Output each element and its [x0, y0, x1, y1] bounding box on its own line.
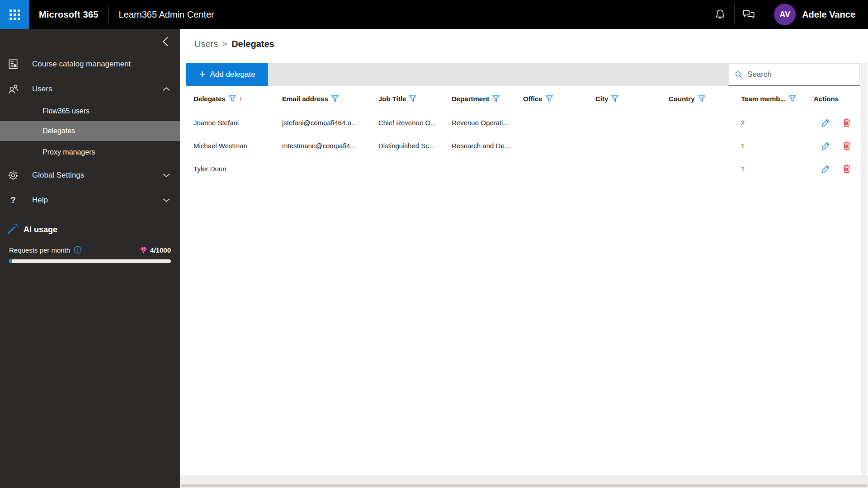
pencil-icon [821, 164, 830, 174]
horizontal-scrollbar-thumb[interactable] [181, 484, 867, 487]
edit-button[interactable] [821, 118, 830, 127]
column-header-city[interactable]: City [595, 95, 669, 103]
requests-label: Requests per month [9, 246, 70, 254]
sidebar-item-proxy-managers[interactable]: Proxy managers [0, 142, 180, 162]
app-launcher-button[interactable] [0, 0, 29, 29]
cell-department: Research and De... [452, 142, 523, 150]
trash-icon [842, 164, 851, 174]
table-toolbar: + Add delegate [186, 63, 860, 86]
user-name[interactable]: Adele Vance [802, 9, 855, 20]
delete-button[interactable] [842, 141, 851, 150]
chat-icon [742, 9, 755, 20]
waffle-icon [9, 9, 20, 20]
cell-department: Revenue Operati... [452, 119, 523, 127]
cell-actions [814, 117, 860, 127]
gear-icon [6, 169, 20, 181]
avatar[interactable]: AV [774, 4, 796, 25]
usage-count: 4/1000 [150, 246, 171, 254]
info-icon[interactable] [74, 246, 82, 254]
sidebar-item-course-catalog[interactable]: Course catalog management [0, 53, 180, 75]
sidebar-item-global-settings[interactable]: Global Settings [0, 164, 180, 187]
search-icon [735, 70, 743, 79]
cell-delegate-name: Tyler Dunn [193, 165, 282, 173]
add-delegate-button[interactable]: + Add delegate [186, 63, 268, 86]
column-header-office[interactable]: Office [523, 95, 595, 103]
topbar-separator [763, 5, 763, 24]
edit-button[interactable] [821, 164, 830, 174]
filter-icon[interactable] [789, 95, 796, 102]
vertical-scrollbar[interactable] [861, 63, 867, 475]
sidebar-item-ai-usage[interactable]: AI usage [0, 219, 180, 240]
sidebar-collapse-button[interactable] [159, 35, 172, 48]
column-header-email[interactable]: Email address [282, 95, 378, 103]
question-icon: ? [6, 195, 20, 205]
filter-icon[interactable] [492, 95, 500, 102]
trash-icon [842, 141, 851, 150]
column-header-team-members[interactable]: Team memb... [741, 95, 814, 103]
ai-usage-progress-bar [9, 259, 171, 263]
sort-ascending-icon: ↑ [239, 95, 243, 103]
bell-icon [714, 9, 726, 20]
sidebar-item-help[interactable]: ? Help [0, 189, 180, 211]
main-content: Users > Delegates + Add delegate Delegat… [180, 29, 868, 488]
gem-icon [140, 247, 147, 253]
delegates-table: Delegates ↑ Email address Job Title Depa… [193, 87, 860, 180]
catalog-icon [6, 58, 20, 70]
product-name[interactable]: Microsoft 365 [39, 9, 99, 20]
column-header-country[interactable]: Country [669, 95, 741, 103]
sidebar-item-delegates[interactable]: Delegates [0, 121, 180, 141]
cell-team-members: 1 [741, 142, 814, 150]
filter-icon[interactable] [698, 95, 705, 102]
sidebar-nav: Course catalog management Users Flow365 … [0, 29, 180, 488]
feedback-button[interactable] [735, 0, 763, 29]
top-app-bar: Microsoft 365 Learn365 Admin Center AV A… [0, 0, 868, 29]
breadcrumb-separator: > [222, 40, 227, 49]
table-header-row: Delegates ↑ Email address Job Title Depa… [193, 87, 860, 111]
cell-email: mtestmann@compafi4... [282, 142, 378, 150]
people-icon [6, 83, 20, 95]
pencil-icon [821, 118, 830, 127]
filter-icon[interactable] [409, 95, 416, 102]
chevron-down-icon [163, 196, 170, 205]
horizontal-scrollbar[interactable] [180, 475, 868, 488]
filter-icon[interactable] [611, 95, 618, 102]
ai-requests-row: Requests per month 4/1000 [9, 244, 171, 255]
breadcrumb: Users > Delegates [194, 39, 274, 49]
cell-team-members: 1 [741, 165, 814, 173]
topbar-divider [108, 5, 109, 24]
table-row[interactable]: Michael Westman mtestmann@compafi4... Di… [193, 134, 860, 157]
delete-button[interactable] [842, 164, 851, 174]
column-header-delegates[interactable]: Delegates ↑ [193, 95, 282, 103]
filter-icon[interactable] [546, 95, 553, 102]
chevron-left-icon [160, 36, 170, 47]
cell-actions [814, 164, 860, 174]
plus-icon: + [199, 69, 205, 80]
cell-actions [814, 141, 860, 150]
magic-wand-icon [6, 222, 20, 237]
trash-icon [842, 117, 851, 127]
cell-email: jstefani@compafi464.o... [282, 119, 378, 127]
cell-delegate-name: Joanne Stefani [193, 119, 282, 127]
sidebar-item-users[interactable]: Users [0, 78, 180, 100]
breadcrumb-users[interactable]: Users [194, 39, 218, 49]
edit-button[interactable] [821, 141, 830, 150]
pencil-icon [821, 141, 830, 150]
delete-button[interactable] [842, 117, 851, 127]
notifications-button[interactable] [706, 0, 734, 29]
filter-icon[interactable] [229, 95, 236, 102]
table-row[interactable]: Joanne Stefani jstefani@compafi464.o... … [193, 111, 860, 134]
chevron-down-icon [163, 171, 170, 180]
cell-team-members: 2 [741, 119, 814, 127]
filter-icon[interactable] [331, 95, 339, 102]
column-header-job-title[interactable]: Job Title [378, 95, 452, 103]
cell-job-title: Distinguished Sc... [378, 142, 452, 150]
search-box [729, 63, 860, 86]
cell-job-title: Chief Revenue O... [378, 119, 452, 127]
table-row[interactable]: Tyler Dunn 1 [193, 157, 860, 180]
sidebar-item-flow365-users[interactable]: Flow365 users [0, 101, 180, 121]
chevron-up-icon [163, 84, 170, 94]
breadcrumb-delegates: Delegates [231, 39, 274, 49]
column-header-department[interactable]: Department [452, 95, 523, 103]
ai-usage-progress-fill [9, 259, 12, 263]
search-input[interactable] [747, 70, 854, 79]
